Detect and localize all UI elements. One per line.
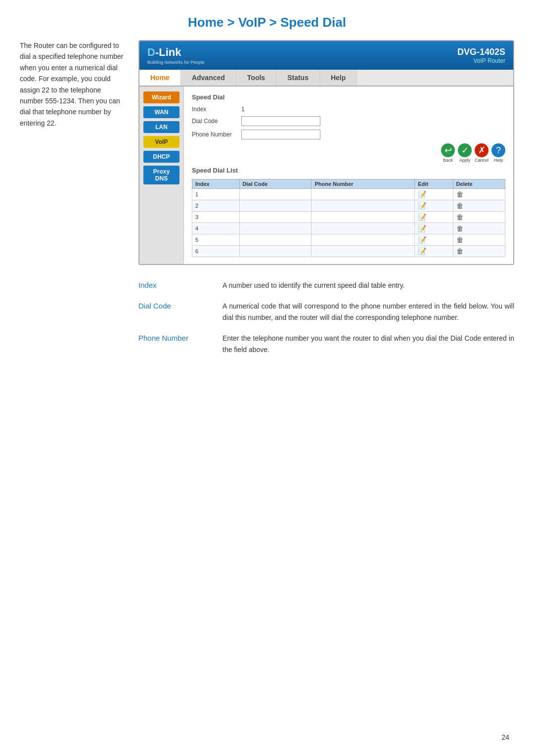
action-icons-row: ↩ ✓ ✗ ? — [441, 143, 505, 157]
cell-edit[interactable]: 📝 — [415, 246, 453, 257]
delete-icon[interactable]: 🗑 — [456, 213, 463, 221]
sidebar-btn-voip[interactable]: VoIP — [143, 136, 179, 148]
cell-dialcode — [239, 234, 312, 246]
edit-icon[interactable]: 📝 — [418, 236, 426, 244]
form-label-phonenumber: Phone Number — [192, 131, 241, 138]
th-delete: Delete — [453, 179, 505, 189]
cell-edit[interactable]: 📝 — [415, 234, 453, 246]
desc-term-index: Index — [138, 280, 208, 291]
cell-phonenumber — [312, 212, 415, 223]
speed-dial-section-title: Speed Dial — [192, 93, 505, 101]
sidebar-nav: Wizard WAN LAN VoIP DHCP Proxy DNS — [139, 87, 184, 264]
input-dialcode[interactable] — [241, 116, 320, 126]
desc-def-index: A number used to identify the current sp… — [222, 280, 514, 291]
form-label-dialcode: Dial Code — [192, 118, 241, 125]
desc-row-phonenumber: Phone Number Enter the telephone number … — [138, 333, 514, 355]
edit-icon[interactable]: 📝 — [418, 213, 426, 221]
delete-icon[interactable]: 🗑 — [456, 202, 463, 210]
cell-dialcode — [239, 223, 312, 234]
help-button[interactable]: ? — [491, 143, 505, 157]
sidebar-btn-dhcp[interactable]: DHCP — [143, 151, 179, 163]
speed-dial-list-title: Speed Dial List — [192, 167, 505, 174]
cell-phonenumber — [312, 246, 415, 257]
cell-edit[interactable]: 📝 — [415, 212, 453, 223]
table-row: 4 📝 🗑 — [192, 223, 505, 234]
cell-phonenumber — [312, 189, 415, 200]
right-column: D-Link Building Networks for People DVG-… — [138, 40, 514, 365]
th-index: Index — [192, 179, 240, 189]
desc-def-dialcode: A numerical code that will correspond to… — [222, 301, 514, 323]
edit-icon[interactable]: 📝 — [418, 247, 426, 255]
router-panel: D-Link Building Networks for People DVG-… — [138, 40, 514, 265]
content-area: Speed Dial Index 1 Dial Code Phone Numbe… — [184, 87, 513, 264]
tab-status[interactable]: Status — [276, 70, 320, 86]
left-column: The Router can be configured to dial a s… — [20, 40, 124, 365]
th-dialcode: Dial Code — [239, 179, 312, 189]
cell-delete[interactable]: 🗑 — [453, 234, 505, 246]
tab-tools[interactable]: Tools — [236, 70, 276, 86]
desc-def-phonenumber: Enter the telephone number you want the … — [222, 333, 514, 355]
cell-delete[interactable]: 🗑 — [453, 246, 505, 257]
dlink-logo: D-Link — [147, 46, 205, 59]
tab-advanced[interactable]: Advanced — [181, 70, 236, 86]
delete-icon[interactable]: 🗑 — [456, 224, 463, 232]
label-cancel: Cancel — [475, 158, 489, 163]
cancel-button[interactable]: ✗ — [475, 143, 489, 157]
device-type: VoIP Router — [457, 57, 505, 64]
cell-edit[interactable]: 📝 — [415, 223, 453, 234]
cell-phonenumber — [312, 234, 415, 246]
apply-button[interactable]: ✓ — [458, 143, 472, 157]
back-button[interactable]: ↩ — [441, 143, 455, 157]
sidebar-btn-wizard[interactable]: Wizard — [143, 91, 179, 103]
th-edit: Edit — [415, 179, 453, 189]
device-model: DVG-1402S — [457, 47, 505, 57]
cell-index: 1 — [192, 189, 240, 200]
page-number: 24 — [501, 733, 509, 741]
action-labels-row: Back Apply Cancel Help — [441, 158, 505, 163]
form-row-dialcode: Dial Code — [192, 116, 505, 126]
input-phonenumber[interactable] — [241, 130, 320, 139]
brand-block: D-Link Building Networks for People — [147, 46, 205, 65]
edit-icon[interactable]: 📝 — [418, 224, 426, 232]
form-row-index: Index 1 — [192, 106, 505, 113]
form-row-phonenumber: Phone Number — [192, 130, 505, 139]
sidebar-btn-proxydns[interactable]: Proxy DNS — [143, 166, 179, 184]
delete-icon[interactable]: 🗑 — [456, 247, 463, 255]
cell-delete[interactable]: 🗑 — [453, 189, 505, 200]
delete-icon[interactable]: 🗑 — [456, 190, 463, 198]
desc-section: Index A number used to identify the curr… — [138, 280, 514, 355]
cell-index: 6 — [192, 246, 240, 257]
sidebar-btn-lan[interactable]: LAN — [143, 121, 179, 133]
cell-delete[interactable]: 🗑 — [453, 200, 505, 212]
sidebar-btn-wan[interactable]: WAN — [143, 106, 179, 118]
cell-dialcode — [239, 189, 312, 200]
cell-delete[interactable]: 🗑 — [453, 212, 505, 223]
delete-icon[interactable]: 🗑 — [456, 236, 463, 244]
edit-icon[interactable]: 📝 — [418, 190, 426, 198]
cell-dialcode — [239, 200, 312, 212]
tab-home[interactable]: Home — [139, 70, 181, 86]
intro-text: The Router can be configured to dial a s… — [20, 40, 124, 129]
dlink-tagline: Building Networks for People — [147, 60, 205, 65]
table-row: 5 📝 🗑 — [192, 234, 505, 246]
cell-dialcode — [239, 212, 312, 223]
cell-phonenumber — [312, 200, 415, 212]
label-back: Back — [441, 158, 455, 163]
th-phonenumber: Phone Number — [312, 179, 415, 189]
cell-index: 4 — [192, 223, 240, 234]
cell-edit[interactable]: 📝 — [415, 189, 453, 200]
cell-dialcode — [239, 246, 312, 257]
cell-phonenumber — [312, 223, 415, 234]
desc-term-dialcode: Dial Code — [138, 301, 208, 323]
edit-icon[interactable]: 📝 — [418, 202, 426, 210]
table-row: 3 📝 🗑 — [192, 212, 505, 223]
router-header: D-Link Building Networks for People DVG-… — [139, 41, 513, 70]
label-apply: Apply — [458, 158, 472, 163]
router-body: Wizard WAN LAN VoIP DHCP Proxy DNS Speed… — [139, 87, 513, 264]
cell-edit[interactable]: 📝 — [415, 200, 453, 212]
desc-row-index: Index A number used to identify the curr… — [138, 280, 514, 291]
table-row: 6 📝 🗑 — [192, 246, 505, 257]
tab-help[interactable]: Help — [320, 70, 357, 86]
label-help: Help — [491, 158, 505, 163]
cell-delete[interactable]: 🗑 — [453, 223, 505, 234]
